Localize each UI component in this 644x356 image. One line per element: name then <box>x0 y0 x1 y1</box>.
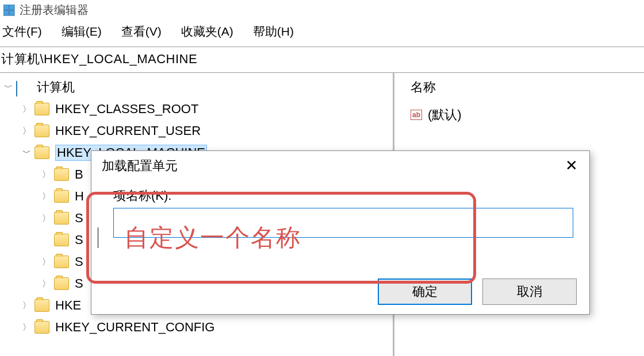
tree-label: HKE <box>55 298 81 313</box>
folder-icon <box>54 168 69 181</box>
close-icon[interactable]: ✕ <box>562 157 581 175</box>
folder-icon <box>34 299 49 312</box>
folder-icon <box>54 277 69 290</box>
folder-icon <box>54 190 69 203</box>
key-name-input[interactable] <box>113 208 573 238</box>
dialog-buttons: 确定 取消 <box>378 278 577 305</box>
chevron-right-icon[interactable]: 〉 <box>40 278 52 289</box>
menu-edit[interactable]: 编辑(E) <box>62 24 102 40</box>
tree-label: S <box>75 233 83 247</box>
folder-icon <box>34 146 49 159</box>
tree-node-hkcr[interactable]: 〉 HKEY_CLASSES_ROOT <box>0 98 393 120</box>
tree-label: HKEY_CURRENT_USER <box>55 123 201 138</box>
folder-icon <box>34 103 49 115</box>
menubar: 文件(F) 编辑(E) 查看(V) 收藏夹(A) 帮助(H) <box>0 19 644 47</box>
address-bar[interactable]: 计算机\HKEY_LOCAL_MACHINE <box>0 47 644 73</box>
svg-rect-1 <box>9 5 14 10</box>
menu-view[interactable]: 查看(V) <box>121 24 162 40</box>
svg-rect-2 <box>3 10 9 16</box>
chevron-right-icon[interactable]: 〉 <box>21 126 32 137</box>
tree-label: B <box>75 167 83 182</box>
tree-node-computer[interactable]: ﹀ 计算机 <box>0 76 393 98</box>
folder-icon <box>54 212 69 225</box>
tree-label: S <box>75 254 83 269</box>
tree-node-hkcu[interactable]: 〉 HKEY_CURRENT_USER <box>0 120 393 142</box>
chevron-right-icon[interactable]: 〉 <box>21 322 32 333</box>
menu-file[interactable]: 文件(F) <box>2 24 42 40</box>
tree-label: H <box>75 189 84 204</box>
chevron-right-icon[interactable]: 〉 <box>21 300 32 311</box>
folder-icon <box>34 125 49 137</box>
dialog-titlebar: 加载配置单元 ✕ <box>91 151 589 178</box>
tree-label: 计算机 <box>37 79 75 96</box>
cancel-button[interactable]: 取消 <box>482 278 577 305</box>
tree-label: S <box>75 276 83 291</box>
window-title: 注册表编辑器 <box>20 2 89 18</box>
value-name: (默认) <box>428 106 462 123</box>
tree-node-hkcc[interactable]: 〉 HKEY_CURRENT_CONFIG <box>0 316 393 338</box>
titlebar: 注册表编辑器 <box>0 0 644 19</box>
tree-label: HKEY_CURRENT_CONFIG <box>55 320 214 335</box>
load-hive-dialog: 加载配置单元 ✕ 项名称(K): 确定 取消 <box>91 150 590 315</box>
app-icon <box>3 5 15 16</box>
folder-icon <box>34 321 49 334</box>
menu-favorites[interactable]: 收藏夹(A) <box>181 24 233 40</box>
text-caret <box>98 227 98 248</box>
chevron-right-icon[interactable]: 〉 <box>40 169 52 180</box>
svg-rect-3 <box>9 10 14 16</box>
dialog-body: 项名称(K): <box>91 178 589 240</box>
folder-icon <box>54 256 69 268</box>
svg-rect-0 <box>3 5 9 10</box>
key-name-label: 项名称(K): <box>113 187 577 204</box>
chevron-down-icon[interactable]: ﹀ <box>21 148 32 158</box>
ok-button[interactable]: 确定 <box>378 278 472 305</box>
chevron-down-icon[interactable]: ﹀ <box>2 82 14 93</box>
tree-label: S <box>75 211 83 226</box>
column-header-name[interactable]: 名称 <box>411 79 644 96</box>
tree-label: HKEY_CLASSES_ROOT <box>55 102 198 117</box>
folder-icon <box>54 234 69 246</box>
computer-icon <box>16 82 31 93</box>
chevron-right-icon[interactable]: 〉 <box>40 257 52 268</box>
menu-help[interactable]: 帮助(H) <box>253 24 294 40</box>
chevron-right-icon[interactable]: 〉 <box>40 191 52 202</box>
chevron-right-icon[interactable]: 〉 <box>21 104 32 115</box>
chevron-right-icon[interactable]: 〉 <box>40 213 52 224</box>
dialog-title-text: 加载配置单元 <box>102 157 178 175</box>
value-row-default[interactable]: ab (默认) <box>411 106 644 123</box>
string-value-icon: ab <box>411 110 422 120</box>
